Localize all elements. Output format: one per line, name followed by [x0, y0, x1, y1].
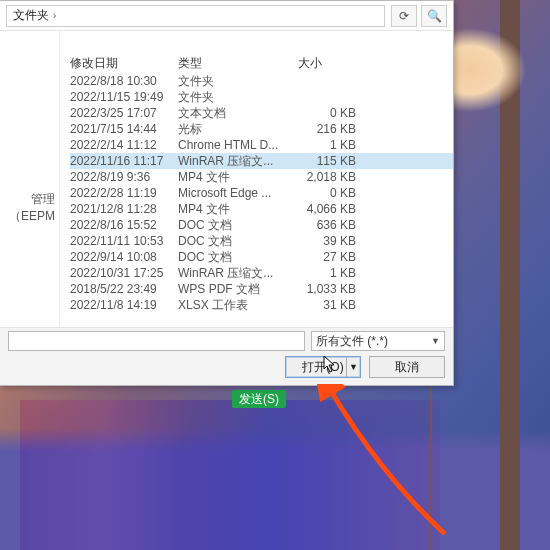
cell-date: 2022/9/14 10:08 — [70, 250, 178, 264]
cell-size: 1 KB — [298, 138, 360, 152]
breadcrumb[interactable]: 文件夹 › — [6, 5, 385, 27]
dialog-bottom: 所有文件 (*.*) ▼ 打开(O) ▼ 取消 — [0, 327, 453, 385]
cell-size: 0 KB — [298, 106, 360, 120]
cell-type: DOC 文档 — [178, 233, 298, 250]
table-row[interactable]: 2021/12/8 11:28MP4 文件4,066 KB — [70, 201, 453, 217]
table-row[interactable]: 2022/9/14 10:08DOC 文档27 KB — [70, 249, 453, 265]
cell-date: 2022/2/28 11:19 — [70, 186, 178, 200]
filter-label: 所有文件 (*.*) — [316, 333, 388, 350]
cell-date: 2022/11/8 14:19 — [70, 298, 178, 312]
open-button[interactable]: 打开(O) ▼ — [285, 356, 361, 378]
file-list-area: 修改日期 类型 大小 2022/8/18 10:30文件夹2022/11/15 … — [60, 31, 453, 331]
cell-type: 文件夹 — [178, 89, 298, 106]
table-row[interactable]: 2018/5/22 23:49WPS PDF 文档1,033 KB — [70, 281, 453, 297]
table-row[interactable]: 2022/11/15 19:49文件夹 — [70, 89, 453, 105]
cell-date: 2022/8/18 10:30 — [70, 74, 178, 88]
table-row[interactable]: 2022/2/14 11:12Chrome HTML D...1 KB — [70, 137, 453, 153]
cell-size: 27 KB — [298, 250, 360, 264]
cell-type: Microsoft Edge ... — [178, 186, 298, 200]
cell-date: 2018/5/22 23:49 — [70, 282, 178, 296]
cell-size: 39 KB — [298, 234, 360, 248]
cell-type: DOC 文档 — [178, 249, 298, 266]
table-row[interactable]: 2022/11/11 10:53DOC 文档39 KB — [70, 233, 453, 249]
cell-type: 光标 — [178, 121, 298, 138]
cell-size: 31 KB — [298, 298, 360, 312]
search-button[interactable]: 🔍 — [421, 5, 447, 27]
cell-size: 636 KB — [298, 218, 360, 232]
cell-date: 2022/11/16 11:17 — [70, 154, 178, 168]
file-type-filter[interactable]: 所有文件 (*.*) ▼ — [311, 331, 445, 351]
cell-type: MP4 文件 — [178, 169, 298, 186]
cell-size: 2,018 KB — [298, 170, 360, 184]
cell-type: WinRAR 压缩文... — [178, 153, 298, 170]
sidebar: 管理（EEPM — [0, 31, 60, 331]
table-row[interactable]: 2022/3/25 17:07文本文档0 KB — [70, 105, 453, 121]
cell-type: WPS PDF 文档 — [178, 281, 298, 298]
cell-date: 2022/11/15 19:49 — [70, 90, 178, 104]
refresh-button[interactable]: ⟳ — [391, 5, 417, 27]
refresh-icon: ⟳ — [399, 9, 409, 23]
cell-type: MP4 文件 — [178, 201, 298, 218]
cell-size: 1 KB — [298, 266, 360, 280]
cell-type: DOC 文档 — [178, 217, 298, 234]
cell-date: 2022/10/31 17:25 — [70, 266, 178, 280]
chevron-down-icon: ▼ — [431, 336, 440, 346]
dialog-toolbar: 文件夹 › ⟳ 🔍 — [0, 1, 453, 31]
table-row[interactable]: 2022/11/16 11:17WinRAR 压缩文...115 KB — [70, 153, 453, 169]
cell-size: 115 KB — [298, 154, 360, 168]
send-button[interactable]: 发送(S) — [232, 390, 286, 408]
cell-date: 2021/7/15 14:44 — [70, 122, 178, 136]
cell-date: 2022/8/16 15:52 — [70, 218, 178, 232]
cell-size: 216 KB — [298, 122, 360, 136]
cell-type: 文件夹 — [178, 73, 298, 90]
cell-date: 2021/12/8 11:28 — [70, 202, 178, 216]
cell-size: 4,066 KB — [298, 202, 360, 216]
filename-input[interactable] — [8, 331, 305, 351]
table-row[interactable]: 2022/11/8 14:19XLSX 工作表31 KB — [70, 297, 453, 313]
cancel-button[interactable]: 取消 — [369, 356, 445, 378]
table-row[interactable]: 2022/8/19 9:36MP4 文件2,018 KB — [70, 169, 453, 185]
cancel-button-label: 取消 — [395, 359, 419, 376]
sidebar-item-label[interactable]: 管理（EEPM — [9, 192, 55, 223]
table-row[interactable]: 2021/7/15 14:44光标216 KB — [70, 121, 453, 137]
cell-date: 2022/2/14 11:12 — [70, 138, 178, 152]
open-button-dropdown[interactable]: ▼ — [346, 357, 360, 377]
chevron-right-icon: › — [53, 10, 56, 21]
table-row[interactable]: 2022/10/31 17:25WinRAR 压缩文...1 KB — [70, 265, 453, 281]
cell-type: XLSX 工作表 — [178, 297, 298, 314]
cell-type: 文本文档 — [178, 105, 298, 122]
header-size[interactable]: 大小 — [298, 55, 360, 72]
cell-size: 0 KB — [298, 186, 360, 200]
header-date[interactable]: 修改日期 — [70, 55, 178, 72]
table-row[interactable]: 2022/2/28 11:19Microsoft Edge ...0 KB — [70, 185, 453, 201]
column-headers: 修改日期 类型 大小 — [70, 55, 360, 72]
table-row[interactable]: 2022/8/16 15:52DOC 文档636 KB — [70, 217, 453, 233]
cell-type: WinRAR 压缩文... — [178, 265, 298, 282]
cell-size: 1,033 KB — [298, 282, 360, 296]
file-rows: 2022/8/18 10:30文件夹2022/11/15 19:49文件夹202… — [70, 73, 453, 313]
search-icon: 🔍 — [427, 9, 442, 23]
cell-date: 2022/8/19 9:36 — [70, 170, 178, 184]
file-open-dialog: 文件夹 › ⟳ 🔍 管理（EEPM 修改日期 类型 大小 2022/8/18 1… — [0, 0, 454, 386]
send-button-label: 发送(S) — [239, 391, 279, 408]
cell-type: Chrome HTML D... — [178, 138, 298, 152]
table-row[interactable]: 2022/8/18 10:30文件夹 — [70, 73, 453, 89]
cell-date: 2022/11/11 10:53 — [70, 234, 178, 248]
breadcrumb-label: 文件夹 — [13, 7, 49, 24]
cell-date: 2022/3/25 17:07 — [70, 106, 178, 120]
open-button-label: 打开(O) — [302, 359, 343, 376]
header-type[interactable]: 类型 — [178, 55, 298, 72]
